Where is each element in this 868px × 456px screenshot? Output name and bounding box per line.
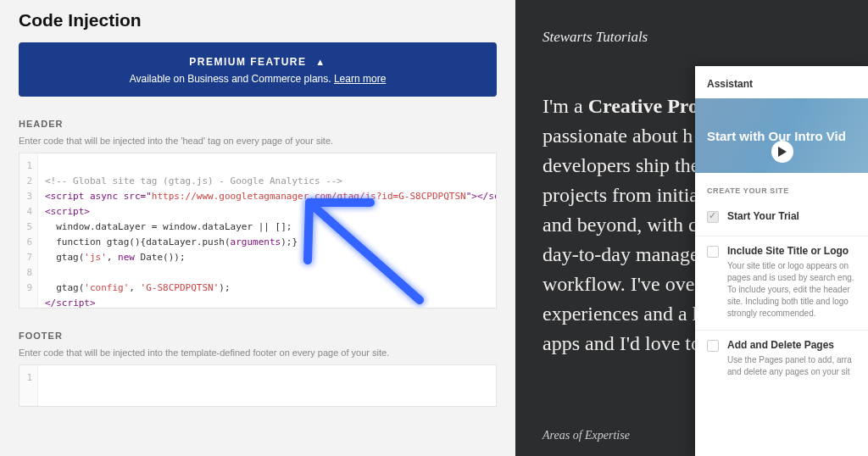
code-line: ipt> xyxy=(73,298,96,308)
code-line: , xyxy=(129,282,140,293)
checkbox-icon xyxy=(707,246,719,258)
code-line: </scr xyxy=(45,298,73,308)
assistant-item-desc: Use the Pages panel to add, arra and del… xyxy=(727,354,856,378)
code-line: function gtag(){dataLayer.push( xyxy=(45,236,231,247)
code-line: new xyxy=(118,252,135,263)
header-gutter: 1 2 3 4 5 6 7 8 9 xyxy=(19,153,38,308)
footer-code-editor[interactable]: 1 xyxy=(19,364,497,407)
intro-video-text: Start with Our Intro Vid xyxy=(707,129,846,143)
footer-gutter: 1 xyxy=(19,365,38,406)
preview-site-title: Stewarts Tutorials xyxy=(515,0,868,46)
header-code-editor[interactable]: 1 2 3 4 5 6 7 8 9 <!-- Global site tag (… xyxy=(19,153,497,309)
hero-line: experiences and a l xyxy=(542,303,698,325)
code-line: gtag( xyxy=(45,252,84,263)
hero-line: passionate about h xyxy=(542,125,693,147)
assistant-panel: Assistant Start with Our Intro Vid CREAT… xyxy=(695,66,868,456)
line-num: 1 xyxy=(25,158,32,174)
checkbox-done-icon xyxy=(707,211,719,223)
hero-line: developers ship the xyxy=(542,154,699,176)
footer-section-desc: Enter code that will be injected into th… xyxy=(19,348,497,358)
hero-line: workflow. I've over xyxy=(542,273,701,295)
hero-bold: Creative Pro xyxy=(588,95,698,117)
premium-sub-text: Available on Business and Commerce plans… xyxy=(130,73,331,85)
intro-video-card[interactable]: Start with Our Intro Vid xyxy=(695,98,868,173)
learn-more-link[interactable]: Learn more xyxy=(334,73,386,85)
header-section-label: HEADER xyxy=(19,119,497,129)
code-line: Date()); xyxy=(135,252,186,263)
code-line: , xyxy=(107,252,118,263)
code-line: https://www.googletagmanager.com/gtag/js… xyxy=(152,191,466,202)
header-code-content[interactable]: <!-- Global site tag (gtag.js) - Google … xyxy=(38,153,496,308)
line-num: 2 xyxy=(25,174,32,189)
caret-up-icon: ▲ xyxy=(315,57,326,67)
assistant-item-head: Add and Delete Pages xyxy=(727,339,856,351)
hero-line: projects from initia xyxy=(542,184,698,206)
code-line: gtag( xyxy=(45,282,84,293)
code-line: 'config' xyxy=(84,282,129,293)
header-section-desc: Enter code that will be injected into th… xyxy=(19,136,497,146)
line-num: 8 xyxy=(25,265,32,281)
preview-areas-label: Areas of Expertise xyxy=(542,429,630,442)
assistant-item-title-logo[interactable]: Include Site Title or Logo Your site tit… xyxy=(695,236,868,331)
assistant-item-pages[interactable]: Add and Delete Pages Use the Pages panel… xyxy=(695,331,868,388)
page-title: Code Injection xyxy=(19,10,497,31)
code-line: 'G-S8CPDPQTSN' xyxy=(141,282,220,293)
hero-line: and beyond, with c xyxy=(542,214,698,236)
hero-line: apps and I'd love to xyxy=(542,332,701,354)
footer-section-label: FOOTER xyxy=(19,331,497,341)
line-num: 5 xyxy=(25,220,32,235)
hero-lead: I'm a xyxy=(542,95,588,117)
footer-code-content[interactable] xyxy=(38,365,496,406)
line-num: 9 xyxy=(25,281,32,296)
assistant-item-desc: Your site title or logo appears on pages… xyxy=(727,260,856,320)
premium-heading-text: PREMIUM FEATURE xyxy=(189,56,306,68)
assistant-item-trial[interactable]: Start Your Trial xyxy=(695,202,868,236)
premium-banner[interactable]: PREMIUM FEATURE ▲ Available on Business … xyxy=(19,42,497,97)
code-line: arguments xyxy=(231,236,281,247)
code-line: "></scr xyxy=(466,191,496,202)
line-num: 1 xyxy=(25,370,32,386)
assistant-item-head: Start Your Trial xyxy=(727,210,856,222)
assistant-section-label: CREATE YOUR SITE xyxy=(695,173,868,202)
premium-sub: Available on Business and Commerce plans… xyxy=(27,73,488,85)
code-line: );} xyxy=(281,236,298,247)
line-num: 7 xyxy=(25,250,32,265)
premium-heading: PREMIUM FEATURE ▲ xyxy=(27,56,488,68)
line-num: 6 xyxy=(25,235,32,250)
code-line: ); xyxy=(219,282,230,293)
code-line: <script> xyxy=(45,206,90,217)
line-num: 4 xyxy=(25,204,32,220)
code-line: <script async src=" xyxy=(45,191,152,202)
play-icon[interactable] xyxy=(771,141,793,163)
settings-panel: Code Injection PREMIUM FEATURE ▲ Availab… xyxy=(0,0,515,456)
code-line: window.dataLayer = window.dataLayer || [… xyxy=(45,221,292,232)
hero-line: day-to-day manage xyxy=(542,243,699,265)
code-line: <!-- Global site tag (gtag.js) - Google … xyxy=(45,175,342,186)
checkbox-icon xyxy=(707,340,719,352)
assistant-title: Assistant xyxy=(695,66,868,98)
assistant-item-head: Include Site Title or Logo xyxy=(727,245,856,257)
line-num: 3 xyxy=(25,189,32,204)
code-line: 'js' xyxy=(84,252,107,263)
